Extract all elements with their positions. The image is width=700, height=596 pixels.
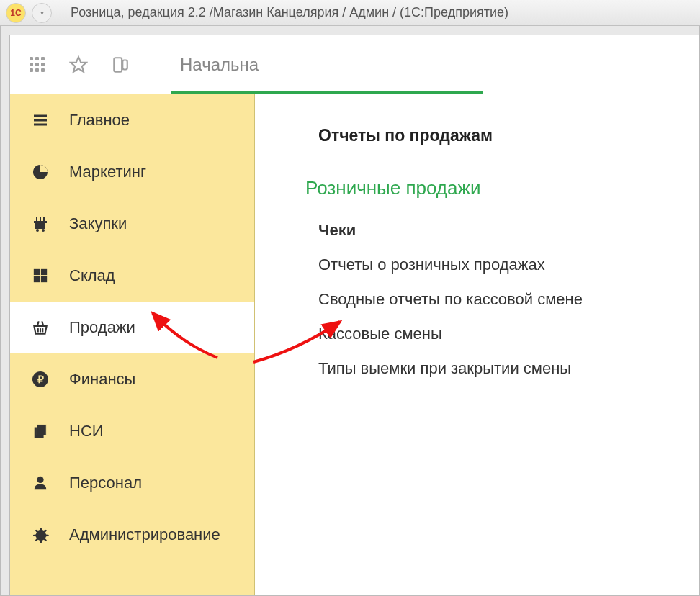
sidebar-item-sales[interactable]: Продажи (10, 302, 254, 353)
svg-marker-0 (71, 57, 86, 72)
sidebar-item-finance[interactable]: ₽ Финансы (10, 353, 254, 405)
sidebar-item-label: Главное (69, 111, 130, 130)
sidebar-item-label: Маркетинг (69, 163, 146, 181)
sidebar-item-nsi[interactable]: НСИ (10, 405, 254, 457)
workspace: Главное Маркетинг Закупки (10, 94, 699, 595)
documents-stack-icon (30, 421, 50, 441)
content-heading[interactable]: Отчеты по продажам (318, 126, 685, 145)
grid-squares-icon (30, 266, 50, 286)
history-icon[interactable] (109, 54, 131, 76)
sidebar-item-main[interactable]: Главное (10, 94, 254, 146)
svg-rect-7 (35, 223, 45, 229)
svg-point-24 (37, 477, 43, 483)
sidebar-item-label: Склад (69, 266, 115, 285)
title-dropdown-button[interactable]: ▾ (32, 3, 52, 23)
sidebar-item-marketing[interactable]: Маркетинг (10, 146, 254, 198)
window-title: Розница, редакция 2.2 /Магазин Канцеляри… (71, 5, 508, 20)
sidebar-item-label: Закупки (69, 215, 127, 233)
cart-icon (30, 214, 50, 234)
sidebar-item-warehouse[interactable]: Склад (10, 250, 254, 302)
tab-active-underline (171, 91, 483, 94)
svg-rect-1 (114, 58, 122, 72)
sidebar: Главное Маркетинг Закупки (10, 94, 255, 595)
titlebar: 1C ▾ Розница, редакция 2.2 /Магазин Канц… (0, 0, 700, 26)
svg-rect-15 (34, 276, 40, 282)
svg-rect-10 (36, 217, 37, 222)
content-item-withdrawal-types[interactable]: Типы выемки при закрытии смены (318, 359, 685, 378)
svg-rect-2 (122, 60, 127, 69)
sidebar-item-label: Финансы (69, 370, 135, 389)
svg-point-9 (42, 229, 45, 232)
content-item-cash-shifts[interactable]: Кассовые смены (318, 325, 685, 343)
svg-rect-13 (34, 269, 40, 275)
tab-bar: Начальна (171, 35, 267, 94)
outer-frame: Начальна Главное Маркетинг (0, 26, 700, 596)
pie-chart-icon (30, 162, 50, 182)
sidebar-item-purchases[interactable]: Закупки (10, 198, 254, 250)
content-item-summary-reports[interactable]: Сводные отчеты по кассовой смене (318, 290, 685, 309)
sidebar-item-label: НСИ (69, 422, 104, 441)
svg-text:₽: ₽ (37, 374, 44, 385)
sidebar-item-administration[interactable]: Администрирование (10, 509, 254, 561)
menu-lines-icon (30, 110, 50, 130)
content-panel: Отчеты по продажам Розничные продажи Чек… (255, 94, 699, 595)
basket-icon (30, 317, 50, 338)
sidebar-item-label: Администрирование (69, 525, 220, 544)
svg-point-8 (36, 229, 39, 232)
favorites-star-icon[interactable] (68, 54, 89, 76)
apps-grid-icon[interactable] (26, 54, 48, 76)
gear-icon (30, 525, 50, 545)
svg-rect-23 (37, 425, 46, 435)
svg-rect-14 (41, 269, 47, 275)
sidebar-item-label: Персонал (69, 474, 142, 492)
app-logo-icon: 1C (6, 3, 26, 23)
sidebar-item-label: Продажи (69, 318, 135, 337)
person-icon (30, 473, 50, 493)
content-item-retail-reports[interactable]: Отчеты о розничных продажах (318, 256, 685, 274)
ruble-circle-icon: ₽ (30, 369, 50, 389)
app-frame: Начальна Главное Маркетинг (9, 35, 699, 595)
tab-start-page[interactable]: Начальна (171, 55, 267, 75)
content-item-receipts[interactable]: Чеки (318, 221, 685, 240)
svg-rect-16 (41, 276, 47, 282)
svg-rect-12 (43, 217, 45, 222)
content-section-title: Розничные продажи (305, 177, 685, 199)
svg-rect-11 (40, 217, 41, 222)
sidebar-item-personnel[interactable]: Персонал (10, 457, 254, 509)
toolbar: Начальна (10, 35, 699, 94)
